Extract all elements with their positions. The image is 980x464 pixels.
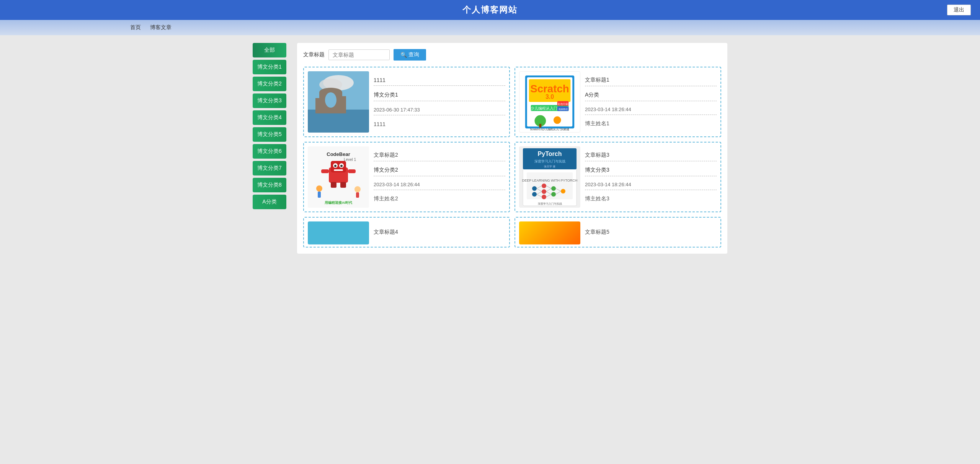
article-date: 2023-03-14 18:26:44	[374, 179, 505, 190]
article-thumbnail: Scratch 3.0 少儿编程从入门到精通 彩色印刷 视频教程	[519, 71, 580, 133]
svg-point-53	[542, 189, 546, 194]
svg-text:CodeBear: CodeBear	[327, 151, 350, 157]
article-category: 博文分类3	[585, 164, 717, 176]
svg-point-54	[542, 195, 546, 199]
sidebar-button-3[interactable]: 博文分类3	[253, 93, 286, 108]
svg-point-50	[532, 186, 537, 191]
article-title: 文章标题4	[374, 226, 505, 238]
svg-point-40	[354, 186, 361, 192]
article-category: 博文分类2	[374, 164, 505, 176]
search-bar: 文章标题 🔍 查询	[303, 49, 721, 61]
svg-text:Scratch: Scratch	[530, 83, 569, 95]
sidebar-button-0[interactable]: 全部	[253, 43, 286, 57]
article-card[interactable]: 文章标题5	[514, 217, 721, 248]
svg-text:深度学习入门与实战: 深度学习入门与实战	[534, 159, 565, 163]
svg-text:张天宇 著: 张天宇 著	[544, 165, 555, 168]
article-author: 博主姓名2	[374, 193, 505, 205]
svg-rect-21	[539, 124, 541, 128]
navbar: 首页 博客文章	[0, 20, 980, 35]
svg-text:DEEP LEARNING WITH PYTORCH: DEEP LEARNING WITH PYTORCH	[522, 179, 578, 182]
header: 个人博客网站 退出	[0, 0, 980, 20]
search-label: 文章标题	[303, 51, 325, 58]
nav-home[interactable]: 首页	[130, 24, 141, 31]
article-author: 1111	[374, 119, 505, 130]
site-title: 个人博客网站	[462, 4, 518, 16]
sidebar-button-9[interactable]: A分类	[253, 195, 286, 209]
article-date: 2023-06-30 17:47:33	[374, 105, 505, 115]
svg-text:视频教程: 视频教程	[559, 108, 568, 110]
search-button-label: 查询	[408, 51, 419, 58]
sidebar-button-5[interactable]: 博文分类5	[253, 127, 286, 142]
article-card[interactable]: 1111 博文分类1 2023-06-30 17:47:33 1111	[303, 67, 510, 137]
nav-articles[interactable]: 博客文章	[150, 24, 172, 31]
article-category: A分类	[585, 89, 717, 101]
article-info: 文章标题2 博文分类2 2023-03-14 18:26:44 博主姓名2	[374, 146, 505, 208]
article-title: 文章标题5	[585, 226, 717, 238]
article-date: 2023-03-14 18:26:44	[585, 179, 717, 190]
svg-point-32	[340, 165, 343, 167]
svg-rect-41	[356, 192, 359, 198]
svg-point-31	[334, 165, 336, 167]
svg-text:深度学习入门与实战: 深度学习入门与实战	[538, 202, 562, 205]
article-card[interactable]: PyTorch 深度学习入门与实战 张天宇 著 DEEP LEARNING WI…	[514, 142, 721, 212]
article-author: 博主姓名1	[585, 118, 717, 130]
article-date: 2023-03-14 18:26:44	[585, 104, 717, 115]
article-thumbnail	[308, 221, 369, 244]
article-title: 文章标题1	[585, 74, 717, 86]
article-info: 文章标题4	[374, 221, 505, 243]
article-info: 文章标题5	[585, 221, 717, 243]
search-icon: 🔍	[400, 52, 407, 58]
article-title: 文章标题2	[374, 149, 505, 161]
article-card[interactable]: CodeBear Level 1	[303, 142, 510, 212]
svg-point-56	[551, 192, 556, 197]
article-thumbnail	[308, 71, 369, 133]
article-thumbnail: CodeBear Level 1	[308, 146, 369, 208]
articles-grid: 1111 博文分类1 2023-06-30 17:47:33 1111 Scra…	[303, 67, 721, 248]
svg-text:Scratch3.0少儿编程从入门到精通: Scratch3.0少儿编程从入门到精通	[530, 128, 569, 131]
svg-rect-34	[321, 169, 329, 173]
article-info: 1111 博文分类1 2023-06-30 17:47:33 1111	[374, 71, 505, 133]
article-category: 博文分类1	[374, 89, 505, 101]
logout-button[interactable]: 退出	[947, 5, 971, 15]
svg-rect-36	[331, 182, 336, 188]
svg-point-57	[561, 189, 565, 193]
svg-rect-8	[338, 96, 346, 113]
svg-point-6	[325, 92, 336, 108]
svg-point-38	[316, 185, 322, 192]
svg-rect-37	[340, 182, 346, 188]
svg-point-51	[532, 192, 537, 197]
svg-point-22	[554, 116, 561, 124]
search-input[interactable]	[328, 49, 390, 60]
article-thumbnail: PyTorch 深度学习入门与实战 张天宇 著 DEEP LEARNING WI…	[519, 146, 580, 208]
svg-point-55	[551, 186, 556, 191]
svg-rect-39	[318, 192, 321, 198]
article-title: 1111	[374, 75, 505, 86]
svg-text:彩色印刷: 彩色印刷	[558, 103, 568, 106]
sidebar-button-7[interactable]: 博文分类7	[253, 161, 286, 175]
svg-rect-33	[334, 169, 343, 171]
article-info: 文章标题3 博文分类3 2023-03-14 18:26:44 博主姓名3	[585, 146, 717, 208]
svg-text:3.0: 3.0	[546, 93, 554, 100]
sidebar-button-1[interactable]: 博文分类1	[253, 60, 286, 74]
article-info: 文章标题1 A分类 2023-03-14 18:26:44 博主姓名1	[585, 71, 717, 133]
content-area: 文章标题 🔍 查询	[297, 43, 727, 254]
main-container: 全部博文分类1博文分类2博文分类3博文分类4博文分类5博文分类6博文分类7博文分…	[253, 43, 727, 254]
svg-point-52	[542, 184, 546, 188]
sidebar-button-2[interactable]: 博文分类2	[253, 77, 286, 91]
sidebar-button-8[interactable]: 博文分类8	[253, 178, 286, 192]
article-card[interactable]: Scratch 3.0 少儿编程从入门到精通 彩色印刷 视频教程	[514, 67, 721, 137]
article-author: 博主姓名3	[585, 193, 717, 205]
svg-rect-35	[348, 169, 356, 173]
search-button[interactable]: 🔍 查询	[394, 49, 426, 61]
article-card[interactable]: 文章标题4	[303, 217, 510, 248]
article-title: 文章标题3	[585, 149, 717, 161]
svg-rect-7	[315, 98, 323, 113]
svg-text:Level 1: Level 1	[344, 157, 356, 162]
article-thumbnail	[519, 221, 580, 244]
sidebar-button-4[interactable]: 博文分类4	[253, 110, 286, 125]
sidebar-button-6[interactable]: 博文分类6	[253, 144, 286, 159]
sidebar: 全部博文分类1博文分类2博文分类3博文分类4博文分类5博文分类6博文分类7博文分…	[253, 43, 291, 254]
svg-text:PyTorch: PyTorch	[538, 151, 562, 157]
svg-text:用编程迎接AI时代: 用编程迎接AI时代	[324, 200, 353, 205]
